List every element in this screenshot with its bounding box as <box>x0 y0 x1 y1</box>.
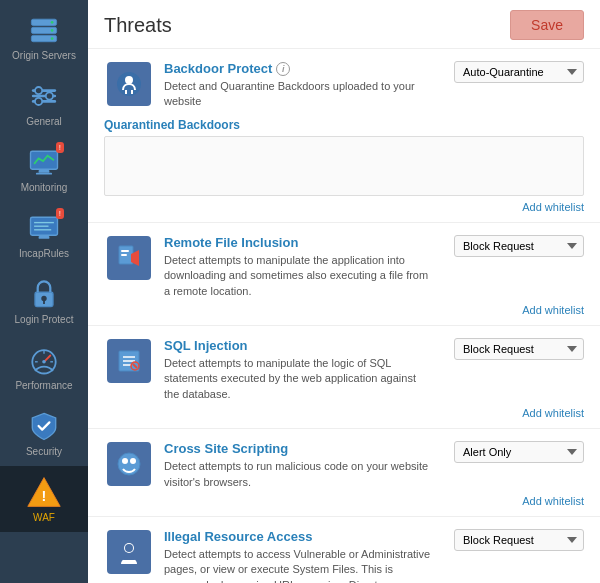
illegal-select[interactable]: Block Request Alert Only Off <box>454 529 584 551</box>
backdoor-header: Backdoor Protect i Detect and Quarantine… <box>104 61 584 110</box>
header-bar: Threats Save <box>88 0 600 49</box>
sidebar-label-origin-servers: Origin Servers <box>12 50 76 62</box>
sql-header: SQL Injection Detect attempts to manipul… <box>104 338 584 402</box>
sidebar-label-security: Security <box>26 446 62 458</box>
backdoor-icon-wrap <box>104 61 154 107</box>
svg-point-42 <box>122 458 128 464</box>
svg-point-32 <box>125 76 133 84</box>
sidebar-item-performance[interactable]: Performance <box>0 334 88 400</box>
performance-icon <box>24 342 64 378</box>
sql-title: SQL Injection <box>164 338 434 353</box>
sql-add-whitelist[interactable]: Add whitelist <box>522 407 584 419</box>
svg-text:!: ! <box>42 488 47 504</box>
security-icon <box>24 408 64 444</box>
svg-point-10 <box>46 92 53 99</box>
backdoor-icon-bg <box>107 62 151 106</box>
xss-select[interactable]: Block Request Alert Only Off <box>454 441 584 463</box>
backdoor-title: Backdoor Protect i <box>164 61 434 76</box>
illegal-icon-bg <box>107 530 151 574</box>
save-button[interactable]: Save <box>510 10 584 40</box>
backdoor-desc: Detect and Quarantine Backdoors uploaded… <box>164 79 434 110</box>
xss-header: Cross Site Scripting Detect attempts to … <box>104 441 584 490</box>
incaprules-badge: ! <box>56 208 64 219</box>
sidebar-item-login-protect[interactable]: Login Protect <box>0 268 88 334</box>
xss-desc: Detect attempts to run malicious code on… <box>164 459 434 490</box>
content-scroll: Backdoor Protect i Detect and Quarantine… <box>88 49 600 583</box>
svg-rect-14 <box>36 173 52 175</box>
remote-file-control: Block Request Alert Only Off <box>444 235 584 257</box>
illegal-header: Illegal Resource Access Detect attempts … <box>104 529 584 583</box>
backdoor-control: Auto-Quarantine Block Request Alert Only… <box>444 61 584 83</box>
sql-desc: Detect attempts to manipulate the logic … <box>164 356 434 402</box>
svg-rect-35 <box>121 254 127 256</box>
sql-icon-bg <box>107 339 151 383</box>
backdoor-whitelist-wrap: Add whitelist <box>104 200 584 214</box>
sidebar-label-incaprules: IncapRules <box>19 248 69 260</box>
sql-icon-wrap <box>104 338 154 384</box>
sidebar-label-monitoring: Monitoring <box>21 182 68 194</box>
remote-file-title: Remote File Inclusion <box>164 235 434 250</box>
remote-file-header: Remote File Inclusion Detect attempts to… <box>104 235 584 299</box>
svg-point-9 <box>35 87 42 94</box>
svg-point-5 <box>51 37 54 40</box>
threat-row-backdoor: Backdoor Protect i Detect and Quarantine… <box>88 49 600 223</box>
xss-title: Cross Site Scripting <box>164 441 434 456</box>
sidebar-item-general[interactable]: General <box>0 70 88 136</box>
illegal-title: Illegal Resource Access <box>164 529 434 544</box>
remote-file-desc: Detect attempts to manipulate the applic… <box>164 253 434 299</box>
sidebar-item-monitoring[interactable]: ! Monitoring <box>0 136 88 202</box>
backdoor-add-whitelist[interactable]: Add whitelist <box>522 201 584 213</box>
quarantine-label: Quarantined Backdoors <box>104 118 584 132</box>
sidebar-label-performance: Performance <box>15 380 72 392</box>
threat-row-xss: Cross Site Scripting Detect attempts to … <box>88 429 600 517</box>
threat-row-remote-file: Remote File Inclusion Detect attempts to… <box>88 223 600 326</box>
remote-file-icon-wrap <box>104 235 154 281</box>
svg-rect-19 <box>39 236 50 239</box>
xss-whitelist-wrap: Add whitelist <box>104 494 584 508</box>
sidebar-label-login-protect: Login Protect <box>15 314 74 326</box>
xss-icon-bg <box>107 442 151 486</box>
svg-point-25 <box>42 360 46 364</box>
sql-select[interactable]: Block Request Alert Only Off <box>454 338 584 360</box>
page-title: Threats <box>104 14 172 37</box>
xss-add-whitelist[interactable]: Add whitelist <box>522 495 584 507</box>
remote-file-icon-bg <box>107 236 151 280</box>
svg-rect-34 <box>121 250 129 252</box>
incaprules-icon: ! <box>24 210 64 246</box>
sql-control: Block Request Alert Only Off <box>444 338 584 360</box>
remote-file-select[interactable]: Block Request Alert Only Off <box>454 235 584 257</box>
quarantine-section: Quarantined Backdoors <box>104 118 584 196</box>
login-protect-icon <box>24 276 64 312</box>
sidebar-item-origin-servers[interactable]: Origin Servers <box>0 4 88 70</box>
xss-control: Block Request Alert Only Off <box>444 441 584 463</box>
svg-point-45 <box>125 544 133 552</box>
sidebar-item-waf[interactable]: ! WAF <box>0 466 88 532</box>
backdoor-info-icon[interactable]: i <box>276 62 290 76</box>
sql-whitelist-wrap: Add whitelist <box>104 406 584 420</box>
remote-file-info: Remote File Inclusion Detect attempts to… <box>164 235 434 299</box>
backdoor-info: Backdoor Protect i Detect and Quarantine… <box>164 61 434 110</box>
origin-servers-icon <box>24 12 64 48</box>
remote-file-add-whitelist[interactable]: Add whitelist <box>522 304 584 316</box>
svg-point-3 <box>51 21 54 24</box>
threat-row-illegal: Illegal Resource Access Detect attempts … <box>88 517 600 583</box>
sidebar-label-general: General <box>26 116 62 128</box>
sql-info: SQL Injection Detect attempts to manipul… <box>164 338 434 402</box>
remote-file-whitelist-wrap: Add whitelist <box>104 303 584 317</box>
monitoring-icon: ! <box>24 144 64 180</box>
sidebar-item-incaprules[interactable]: ! IncapRules <box>0 202 88 268</box>
sidebar: Origin Servers General <box>0 0 88 583</box>
illegal-control: Block Request Alert Only Off <box>444 529 584 551</box>
illegal-desc: Detect attempts to access Vulnerable or … <box>164 547 434 583</box>
main-content: Threats Save <box>88 0 600 583</box>
backdoor-select[interactable]: Auto-Quarantine Block Request Alert Only… <box>454 61 584 83</box>
sidebar-item-security[interactable]: Security <box>0 400 88 466</box>
sidebar-label-waf: WAF <box>33 512 55 524</box>
svg-rect-13 <box>39 170 50 173</box>
waf-icon: ! <box>24 474 64 510</box>
general-icon <box>24 78 64 114</box>
quarantine-box <box>104 136 584 196</box>
xss-icon-wrap <box>104 441 154 487</box>
monitoring-badge: ! <box>56 142 64 153</box>
illegal-info: Illegal Resource Access Detect attempts … <box>164 529 434 583</box>
